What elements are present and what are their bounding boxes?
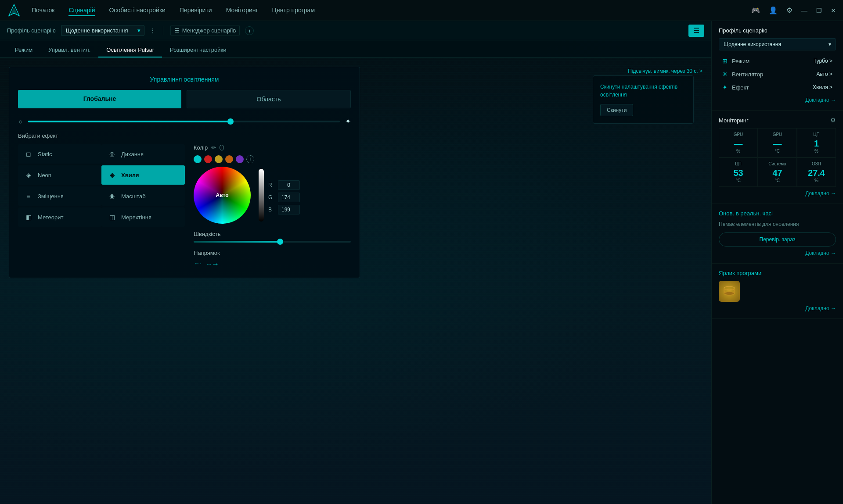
effect-meteor-label: Метеорит	[38, 214, 64, 221]
effect-breathing[interactable]: ◎ Дихання	[101, 144, 185, 164]
list-icon: ☰	[174, 27, 180, 34]
nav-item-start[interactable]: Початок	[32, 5, 54, 16]
stat-ram-usage-value: 27.4	[799, 168, 834, 178]
r-input[interactable]	[278, 180, 300, 190]
profile-item-fan[interactable]: ✳ Вентилятор Авто >	[719, 68, 836, 80]
tab-fan[interactable]: Управл. вентил.	[40, 43, 98, 57]
rgb-g-row: G	[268, 193, 300, 202]
close-button[interactable]: ✕	[831, 7, 836, 14]
add-swatch-button[interactable]: +	[246, 155, 254, 163]
realtime-title: Онов. в реальн. часі	[719, 210, 836, 217]
sidebar-realtime-section: Онов. в реальн. часі Немає елементів для…	[712, 204, 843, 264]
reset-button[interactable]: Скинути	[600, 104, 633, 116]
profile-item-mode[interactable]: ⊞ Режим Турбо >	[719, 55, 836, 67]
stat-gpu-temp: GPU — °C	[758, 128, 797, 157]
tab-advanced[interactable]: Розширені настройки	[162, 43, 234, 57]
effect-meteor[interactable]: ◧ Метеорит	[18, 207, 101, 227]
color-swatches: +	[194, 155, 351, 163]
tab-mode[interactable]: Режим	[7, 43, 40, 57]
swatch-orange[interactable]	[225, 155, 233, 163]
nav-item-monitoring[interactable]: Моніторинг	[226, 5, 258, 16]
effect-static[interactable]: ◻ Static	[18, 144, 101, 164]
effect-shift[interactable]: ≡ Зміщення	[18, 186, 101, 206]
area-view-button[interactable]: Область	[187, 90, 351, 108]
monitoring-detail-link[interactable]: Докладно →	[719, 187, 836, 197]
speed-slider[interactable]	[194, 241, 351, 243]
minimize-button[interactable]: —	[801, 7, 807, 14]
speed-section: Швидкість	[194, 231, 351, 243]
monitoring-title-row: Моніторинг ⚙	[719, 117, 836, 124]
brightness-thumb[interactable]	[227, 118, 234, 125]
direction-right-button[interactable]: ··→	[207, 260, 219, 269]
right-sidebar: Профіль сценарію Щоденне використання ▾ …	[711, 21, 843, 504]
nav-item-settings[interactable]: Особисті настройки	[109, 5, 165, 16]
rgb-b-row: B	[268, 205, 300, 214]
controller-icon[interactable]: 🎮	[751, 6, 760, 14]
backlight-hint-text[interactable]: Підсвічув. вимик. через 30 с. >	[628, 68, 702, 74]
brightness-vertical-slider[interactable]	[259, 169, 264, 222]
fan-icon: ✳	[722, 71, 728, 78]
brightness-slider[interactable]	[28, 121, 340, 122]
settings-icon[interactable]: ⚙	[786, 6, 793, 14]
stat-ram-usage-label: ОЗП	[799, 161, 834, 166]
effect-flicker[interactable]: ◫ Мерехтіння	[101, 207, 185, 227]
profile-select-dropdown[interactable]: Щоденне використання ▾	[61, 25, 144, 36]
stat-cpu-usage-unit: %	[799, 149, 834, 154]
global-view-button[interactable]: Глобальне	[18, 90, 181, 108]
pencil-icon[interactable]: ✏	[211, 144, 216, 151]
user-icon[interactable]: 👤	[769, 6, 778, 14]
swatch-purple[interactable]	[236, 155, 244, 163]
meteor-icon: ◧	[24, 212, 33, 222]
restore-button[interactable]: ❐	[816, 7, 822, 14]
rgb-r-row: R	[268, 180, 300, 190]
speed-thumb[interactable]	[277, 239, 283, 245]
profile-detail-link[interactable]: Докладно →	[719, 93, 836, 104]
nav-item-check[interactable]: Перевірити	[180, 5, 212, 16]
more-options-icon[interactable]: ⋮	[150, 27, 156, 34]
monitoring-gear-icon[interactable]: ⚙	[830, 117, 836, 124]
shortcuts-detail-text: Докладно →	[805, 305, 836, 311]
check-now-button[interactable]: Перевір. зараз	[719, 232, 836, 247]
nav-item-apps[interactable]: Центр програм	[272, 5, 315, 16]
realtime-detail-link[interactable]: Докладно →	[719, 247, 836, 257]
monitoring-stats-row-1: GPU — % GPU — °C ЦП 1 %	[719, 128, 836, 157]
mode-label: Режим	[732, 58, 809, 64]
direction-buttons: ←· ··→	[194, 260, 351, 269]
nav-item-scenario[interactable]: Сценарій	[68, 5, 95, 16]
profile-section-title-text: Профіль сценарію	[719, 27, 767, 34]
g-input[interactable]	[278, 193, 300, 202]
effect-static-label: Static	[38, 151, 52, 157]
brightness-low-icon: ☼	[18, 118, 23, 125]
info-button[interactable]: i	[245, 26, 254, 35]
right-overlay-panel: Підсвічув. вимик. через 30 с. > Скинути …	[606, 67, 702, 80]
stat-cpu-usage-value: 1	[799, 139, 834, 149]
direction-left-button[interactable]: ←·	[194, 260, 202, 269]
speed-fill	[194, 241, 280, 243]
shortcut-app-icon[interactable]	[719, 281, 740, 302]
swatch-cyan[interactable]	[194, 155, 202, 163]
tab-lighting[interactable]: Освітлення Pulsar	[98, 43, 162, 57]
stat-cpu-usage: ЦП 1 %	[797, 128, 836, 157]
swatch-red[interactable]	[204, 155, 212, 163]
sidebar-profile-dropdown[interactable]: Щоденне використання ▾	[719, 38, 836, 50]
color-info-icon[interactable]: i	[220, 145, 224, 150]
realtime-empty-msg: Немає елементів для оновлення	[719, 221, 836, 227]
brightness-high-icon: ✦	[345, 117, 351, 125]
profile-item-effect[interactable]: ✦ Ефект Хвиля >	[719, 81, 836, 93]
effect-value: Хвиля >	[813, 84, 832, 90]
view-mode-buttons: Глобальне Область	[18, 90, 351, 108]
color-wheel[interactable]: Авто	[194, 167, 251, 224]
b-input[interactable]	[278, 205, 300, 214]
stat-gpu-temp-label: GPU	[760, 132, 795, 137]
effect-neon[interactable]: ◈ Neon	[18, 165, 101, 185]
effect-wave[interactable]: ◈ Хвиля	[101, 165, 185, 185]
scenario-manager-button[interactable]: ☰ Менеджер сценаріїв	[170, 25, 240, 36]
g-label: G	[268, 194, 274, 200]
swatch-yellow[interactable]	[215, 155, 223, 163]
mode-value: Турбо >	[814, 58, 832, 64]
panel-toggle-button[interactable]: ☰	[688, 25, 704, 37]
separator	[163, 26, 163, 35]
profile-label: Профіль сценарію	[7, 27, 56, 34]
shortcuts-detail-link[interactable]: Докладно →	[719, 302, 836, 312]
effect-scale[interactable]: ◉ Масштаб	[101, 186, 185, 206]
